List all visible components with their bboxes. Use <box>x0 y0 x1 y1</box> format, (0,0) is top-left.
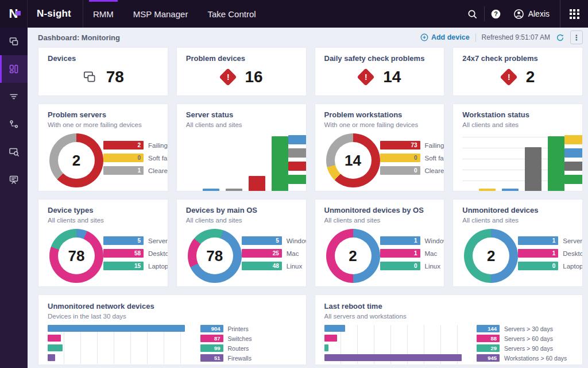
card-subtitle: All clients and sites <box>462 217 573 224</box>
legend-swatch: 5 <box>242 236 282 245</box>
legend-item: 0Laptops <box>518 262 583 270</box>
legend-item: 144Servers > 30 days <box>477 325 573 332</box>
main-content: Dashboard: Monitoring Add device Refresh… <box>28 28 588 368</box>
sidebar-item-devices[interactable] <box>0 28 28 55</box>
legend-swatch: 2 <box>288 162 307 171</box>
legend-item: 15Laptops <box>103 262 168 270</box>
legend-swatch: 4 <box>564 162 583 171</box>
card-problem-servers: Problem servers With one or more failing… <box>38 103 168 191</box>
charts-row-1: Problem servers With one or more failing… <box>38 103 583 191</box>
tab-take-control[interactable]: Take Control <box>198 0 265 28</box>
legend-item: 5Online <box>564 175 583 184</box>
sidebar-item-remote[interactable] <box>0 166 28 193</box>
card-title: Devices by main OS <box>186 206 297 215</box>
card-title: Unmonitored network devices <box>48 302 297 311</box>
unmonitored-devices-donut: 2 <box>464 229 518 283</box>
legend: 73Failing 0Soft failure 0Cleared <box>380 141 445 187</box>
card-title: Devices <box>48 54 158 63</box>
legend-item: 99Routers <box>200 344 297 352</box>
legend-item: 73Failing <box>380 141 445 150</box>
donut-center-value: 14 <box>335 142 372 179</box>
card-title: Server status <box>186 110 297 120</box>
legend-swatch: 0 <box>288 148 307 158</box>
bar <box>502 189 519 191</box>
sidebar-item-network[interactable] <box>0 110 28 138</box>
charts-row-2: Device types All clients and sites 78 5S… <box>38 199 583 287</box>
legend-swatch: 2 <box>103 141 144 150</box>
legend-swatch: 25 <box>242 249 282 258</box>
card-title: Unmonitored devices by OS <box>324 206 435 215</box>
card-unmonitored-network-devices: Unmonitored network devices Devices in t… <box>38 294 307 365</box>
card-title: Last reboot time <box>324 302 574 311</box>
app-switcher-icon[interactable] <box>560 0 588 28</box>
brand-name: N-sight <box>28 0 83 28</box>
legend-swatch: 945 <box>477 354 500 362</box>
nav-right: ? Alexis <box>461 0 588 28</box>
legend-swatch: 0 <box>380 166 420 175</box>
legend-item: 2Failing <box>103 141 168 150</box>
card-title: Workstation status <box>462 110 573 120</box>
legend: 1Windows 1Mac 0Linux <box>380 236 445 283</box>
legend-swatch: 1 <box>380 236 420 245</box>
product-tabs: RMM MSP Manager Take Control <box>83 0 266 28</box>
legend-swatch: 87 <box>200 335 223 342</box>
legend-swatch: 29 <box>477 344 500 352</box>
card-subtitle: All clients and sites <box>324 217 435 224</box>
stats-row: Devices 78 Problem devices ! 16 Daily sa… <box>38 47 583 96</box>
device-types-donut: 78 <box>49 229 103 283</box>
card-subtitle: All servers and workstations <box>324 313 574 320</box>
legend: 0Overdue 0Reboot 2Offline 7Online <box>288 135 307 191</box>
legend-item: 29Servers > 90 days <box>477 344 573 352</box>
card-device-types: Device types All clients and sites 78 5S… <box>38 199 168 287</box>
kebab-menu-button[interactable]: ⋮ <box>570 30 583 44</box>
legend-item: 1Servers <box>518 236 583 245</box>
refresh-icon[interactable] <box>556 33 564 42</box>
stat-value: 14 <box>383 68 401 86</box>
page-title: Dashboard: Monitoring <box>38 33 120 42</box>
legend-item: 1Desktops <box>518 249 583 258</box>
tab-rmm[interactable]: RMM <box>83 0 123 28</box>
bar <box>324 335 337 342</box>
card-server-status: Server status All clients and sites 0Ove… <box>176 103 307 191</box>
refreshed-timestamp: Refreshed 9:51:07 AM <box>482 33 550 41</box>
search-icon[interactable] <box>461 0 484 28</box>
bar <box>249 176 265 191</box>
help-icon[interactable]: ? <box>485 0 508 28</box>
legend-item: 0Linux <box>380 262 445 270</box>
legend: 2Failing 0Soft failure 1Cleared <box>103 141 168 187</box>
donut-center-value: 2 <box>335 237 372 274</box>
donut-center-value: 2 <box>473 237 509 274</box>
devices-icon <box>82 70 97 85</box>
problem-servers-donut: 2 <box>49 133 103 187</box>
sidebar-item-dashboards[interactable] <box>0 55 28 83</box>
add-device-button[interactable]: Add device <box>420 33 470 41</box>
legend-item: 904Printers <box>200 325 297 332</box>
bar <box>48 325 185 332</box>
donut-center-value: 2 <box>58 142 95 179</box>
user-avatar-icon <box>513 9 524 20</box>
legend-item: 87Switches <box>200 335 297 342</box>
sidebar-item-checks[interactable] <box>0 83 28 110</box>
legend-item: 0Reboot <box>288 148 307 158</box>
legend-item: 4Offline <box>564 162 583 171</box>
card-24x7-check-problems: 24x7 check problems ! 2 <box>452 47 583 96</box>
stat-value: 78 <box>106 68 124 86</box>
bar <box>226 189 242 191</box>
stat-value: 2 <box>526 68 535 86</box>
card-devices: Devices 78 <box>38 47 168 96</box>
legend: 904Printers 87Switches 99Routers 51Firew… <box>200 325 297 364</box>
bar <box>203 189 219 191</box>
remote-screen-icon <box>8 174 20 185</box>
card-problem-devices: Problem devices ! 16 <box>176 47 307 96</box>
tab-msp-manager[interactable]: MSP Manager <box>123 0 198 28</box>
nsight-logo[interactable]: N <box>0 0 28 28</box>
card-problem-workstations: Problem workstations With one or more fa… <box>315 103 445 191</box>
card-subtitle: Devices in the last 30 days <box>48 313 297 320</box>
sidebar-item-discovery[interactable] <box>0 138 28 166</box>
legend-swatch: 144 <box>477 325 500 332</box>
legend-item: 0Overdue <box>564 135 583 144</box>
legend-item: 0Cleared <box>380 166 445 175</box>
sidebar <box>0 28 28 368</box>
legend-swatch: 904 <box>200 325 223 332</box>
user-menu[interactable]: Alexis <box>508 9 560 20</box>
